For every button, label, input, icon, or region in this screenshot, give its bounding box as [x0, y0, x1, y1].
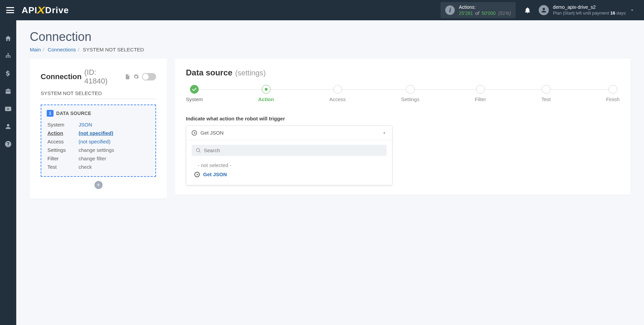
- box-title: DATA SOURCE: [56, 111, 91, 116]
- dropdown-selected-text: Get JSON: [200, 130, 379, 136]
- chevron-down-icon[interactable]: [629, 7, 635, 13]
- username: demo_apix-drive_s2: [553, 4, 626, 10]
- gear-icon[interactable]: [133, 74, 139, 80]
- sidebar-video[interactable]: [4, 105, 12, 113]
- chevron-up-icon: [382, 131, 387, 135]
- connection-title: Connection: [41, 72, 82, 81]
- settings-subtitle: (settings): [235, 69, 265, 77]
- connection-card: Connection (ID: 41840) SYSTEM NOT SELECT…: [30, 59, 167, 199]
- page-title: Connection: [30, 30, 630, 44]
- row-settings-value[interactable]: change settings: [79, 146, 149, 154]
- step-test[interactable]: Test: [541, 85, 551, 102]
- connection-toggle[interactable]: [142, 73, 156, 80]
- dropdown-toggle[interactable]: Get JSON: [186, 126, 392, 140]
- add-button[interactable]: +: [94, 181, 103, 189]
- breadcrumb-main[interactable]: Main: [30, 47, 41, 52]
- row-system-value[interactable]: JSON: [79, 121, 149, 129]
- sidebar: [0, 20, 16, 208]
- row-access-label: Access: [47, 138, 78, 145]
- row-settings-label: Settings: [47, 146, 78, 154]
- play-icon: [194, 172, 200, 177]
- row-action-label: Action: [47, 129, 78, 137]
- sidebar-help[interactable]: [4, 140, 12, 148]
- connection-id: (ID: 41840): [84, 68, 122, 86]
- actions-label: Actions:: [459, 4, 511, 10]
- menu-toggle-button[interactable]: [6, 7, 14, 13]
- sidebar-home[interactable]: [4, 34, 12, 43]
- sidebar-billing[interactable]: [4, 70, 12, 78]
- row-action-value[interactable]: (not specified): [79, 129, 149, 137]
- breadcrumb-current: SYSTEM NOT SELECTED: [83, 47, 144, 52]
- step-settings[interactable]: Settings: [401, 85, 419, 102]
- actions-total: 50'000: [481, 10, 496, 16]
- step-system[interactable]: System: [186, 85, 203, 102]
- step-access[interactable]: Access: [329, 85, 346, 102]
- settings-card: Data source (settings) System Action Acc…: [175, 59, 630, 195]
- sidebar-connections[interactable]: [4, 52, 12, 60]
- play-icon: [192, 130, 197, 136]
- breadcrumb-connections[interactable]: Connections: [48, 47, 76, 52]
- step-action[interactable]: Action: [258, 85, 274, 102]
- row-test-label: Test: [47, 163, 78, 171]
- action-field-label: Indicate what action the robot will trig…: [186, 116, 620, 121]
- settings-title: Data source: [186, 68, 232, 77]
- row-system-label: System: [47, 121, 78, 129]
- actions-pct: (51%): [497, 10, 511, 16]
- row-filter-value[interactable]: change filter: [79, 155, 149, 162]
- action-dropdown: Get JSON - not selected - Get JSON: [186, 125, 392, 185]
- option-get-json[interactable]: Get JSON: [192, 170, 387, 179]
- header: APIXDrive i Actions: 25'281 of 50'000 (5…: [0, 0, 644, 20]
- data-source-box[interactable]: 1 DATA SOURCE SystemJSON Action(not spec…: [41, 105, 156, 177]
- box-number: 1: [47, 110, 53, 117]
- dropdown-search[interactable]: [192, 145, 387, 156]
- option-not-selected[interactable]: - not selected -: [192, 161, 387, 170]
- avatar-icon: [539, 5, 549, 15]
- search-input[interactable]: [204, 147, 383, 153]
- plan-info: Plan |Start| left until payment 16 days: [553, 10, 626, 16]
- actions-of: of: [474, 10, 480, 16]
- breadcrumb: Main/ Connections/ SYSTEM NOT SELECTED: [30, 47, 630, 52]
- row-access-value[interactable]: (not specified): [79, 138, 149, 145]
- stepper: System Action Access Settings Filter Tes…: [186, 85, 620, 102]
- row-filter-label: Filter: [47, 155, 78, 162]
- step-finish[interactable]: Finish: [606, 85, 620, 102]
- search-icon: [196, 148, 201, 153]
- sidebar-account[interactable]: [4, 122, 12, 131]
- document-icon[interactable]: [124, 74, 130, 80]
- actions-used: 25'281: [459, 10, 473, 16]
- step-filter[interactable]: Filter: [475, 85, 486, 102]
- row-test-value[interactable]: check: [79, 163, 149, 171]
- info-icon: i: [445, 5, 455, 15]
- bell-icon[interactable]: [524, 6, 531, 14]
- logo[interactable]: APIXDrive: [22, 4, 69, 16]
- sidebar-tools[interactable]: [4, 87, 12, 95]
- system-not-selected: SYSTEM NOT SELECTED: [41, 90, 156, 99]
- user-menu[interactable]: demo_apix-drive_s2 Plan |Start| left unt…: [539, 4, 629, 16]
- actions-counter[interactable]: i Actions: 25'281 of 50'000 (51%): [441, 2, 516, 18]
